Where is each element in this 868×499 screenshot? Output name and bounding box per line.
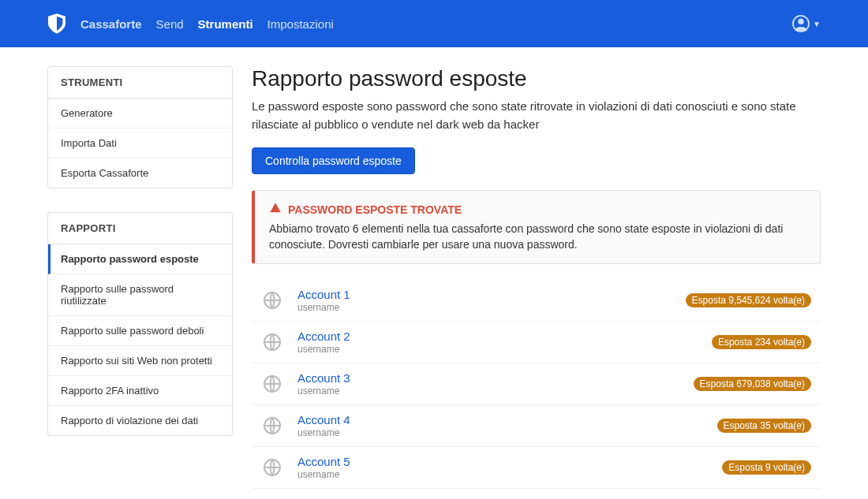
account-name[interactable]: Account 5 <box>297 455 350 468</box>
account-name[interactable]: Account 3 <box>297 371 350 385</box>
check-exposed-button[interactable]: Controlla password esposte <box>252 147 415 174</box>
exposure-badge: Esposta 9,545,624 volta(e) <box>686 293 811 307</box>
globe-icon <box>261 415 283 437</box>
sidebar-item-weak-passwords[interactable]: Rapporto sulle password deboli <box>48 316 232 346</box>
sidebar: STRUMENTI Generatore Importa Dati Esport… <box>47 66 233 499</box>
sidebar-item-unsecured-websites[interactable]: Rapporto sui siti Web non protetti <box>48 346 232 376</box>
page-title: Rapporto password esposte <box>252 66 821 91</box>
sidebar-item-export[interactable]: Esporta Cassaforte <box>48 158 232 188</box>
chevron-down-icon: ▼ <box>813 20 821 28</box>
globe-icon <box>261 456 283 479</box>
sidebar-header-tools: STRUMENTI <box>48 67 232 99</box>
alert-box: PASSWORD ESPOSTE TROVATE Abbiamo trovato… <box>252 190 821 264</box>
alert-body-text: Abbiamo trovato 6 elementi nella tua cas… <box>269 222 806 252</box>
nav-impostazioni[interactable]: Impostazioni <box>268 17 334 31</box>
sidebar-group-reports: RAPPORTI Rapporto password esposte Rappo… <box>47 212 233 436</box>
globe-icon <box>261 289 283 311</box>
sidebar-header-reports: RAPPORTI <box>48 213 232 244</box>
globe-icon <box>261 331 283 353</box>
nav-strumenti[interactable]: Strumenti <box>198 17 253 31</box>
account-row: Account 2usernameEsposta 234 volta(e) <box>252 322 821 363</box>
account-username: username <box>297 385 350 397</box>
sidebar-group-tools: STRUMENTI Generatore Importa Dati Esport… <box>47 66 233 188</box>
exposure-badge: Esposta 9 volta(e) <box>722 460 811 475</box>
account-row: Account 1usernameEsposta 9,545,624 volta… <box>252 280 821 322</box>
account-username: username <box>297 469 350 480</box>
exposure-badge: Esposta 35 volta(e) <box>717 419 811 433</box>
account-username: username <box>297 344 350 355</box>
sidebar-item-generator[interactable]: Generatore <box>48 99 232 128</box>
account-row: Account 6usernameEsposta 9 volta(e) <box>252 489 821 499</box>
account-name[interactable]: Account 1 <box>297 288 350 301</box>
top-nav: Cassaforte Send Strumenti Impostazioni <box>80 17 334 31</box>
exposure-badge: Esposta 234 volta(e) <box>712 335 811 349</box>
accounts-list: Account 1usernameEsposta 9,545,624 volta… <box>252 280 821 499</box>
account-row: Account 5usernameEsposta 9 volta(e) <box>252 447 821 489</box>
warning-icon <box>269 202 282 217</box>
sidebar-item-import[interactable]: Importa Dati <box>48 128 232 158</box>
main-content: Rapporto password esposte Le password es… <box>252 66 821 499</box>
page-subtitle: Le password esposte sono password che so… <box>252 98 821 133</box>
alert-title-text: PASSWORD ESPOSTE TROVATE <box>288 203 462 216</box>
nav-send[interactable]: Send <box>156 17 184 31</box>
account-name[interactable]: Account 4 <box>297 413 350 426</box>
globe-icon <box>261 373 283 395</box>
shield-logo-icon <box>47 13 66 35</box>
account-name[interactable]: Account 2 <box>297 330 350 343</box>
topbar: Cassaforte Send Strumenti Impostazioni ▼ <box>0 0 868 47</box>
nav-cassaforte[interactable]: Cassaforte <box>80 17 142 31</box>
user-menu[interactable]: ▼ <box>792 15 821 32</box>
sidebar-item-inactive-2fa[interactable]: Rapporto 2FA inattivo <box>48 376 232 406</box>
exposure-badge: Esposta 679,038 volta(e) <box>694 377 811 391</box>
account-row: Account 3usernameEsposta 679,038 volta(e… <box>252 363 821 405</box>
sidebar-item-reused-passwords[interactable]: Rapporto sulle password riutilizzate <box>48 274 232 316</box>
sidebar-item-data-breach[interactable]: Rapporto di violazione dei dati <box>48 406 232 435</box>
account-row: Account 4usernameEsposta 35 volta(e) <box>252 405 821 447</box>
sidebar-item-exposed-passwords[interactable]: Rapporto password esposte <box>48 244 232 274</box>
account-username: username <box>297 427 350 438</box>
svg-point-1 <box>798 19 803 24</box>
account-username: username <box>297 302 350 313</box>
